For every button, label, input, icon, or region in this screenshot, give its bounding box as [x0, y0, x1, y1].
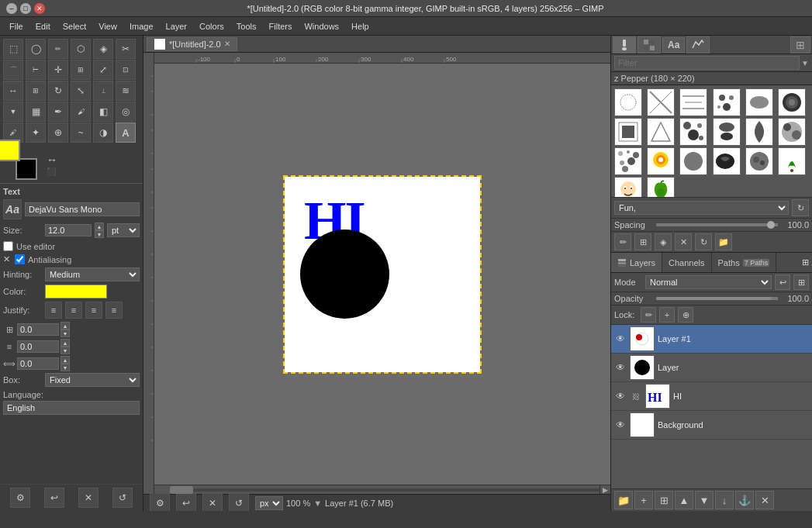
brush-item[interactable]	[614, 177, 642, 197]
tool-shear[interactable]: ⟂	[93, 81, 113, 101]
layer-item-layer[interactable]: 👁 Layer	[611, 354, 812, 382]
tool-airbrush[interactable]: ◎	[116, 102, 136, 122]
char-spacing-down[interactable]: ▼	[60, 364, 70, 371]
cancel-button[interactable]: ✕	[78, 488, 98, 508]
brush-item[interactable]	[745, 147, 773, 175]
line-spacing-down[interactable]: ▼	[60, 347, 70, 354]
tab-layers[interactable]: Layers	[611, 253, 662, 272]
size-up[interactable]: ▲	[95, 223, 104, 230]
tool-warp[interactable]: ≋	[116, 81, 136, 101]
brush-new-button[interactable]: ◈	[655, 233, 672, 250]
brush-item[interactable]	[614, 88, 642, 116]
tool-paths[interactable]: ⌒	[3, 60, 23, 80]
layer-item-background[interactable]: 👁 Background	[611, 411, 812, 440]
layer-chain-hi[interactable]: ⛓	[630, 390, 642, 402]
foreground-color-box[interactable]	[0, 140, 20, 161]
tool-free-select[interactable]: ✏	[48, 39, 68, 59]
justify-left-button[interactable]: ≡	[45, 302, 62, 319]
tool-eraser[interactable]: ◧	[93, 102, 113, 122]
menu-edit[interactable]: Edit	[29, 20, 57, 33]
size-down[interactable]: ▼	[95, 230, 104, 238]
swap-colors-button[interactable]: ↔	[47, 154, 57, 166]
anchor-layer-button[interactable]: ⚓	[735, 491, 754, 509]
brush-item[interactable]	[614, 147, 642, 175]
move-layer-down-button[interactable]: ▼	[695, 491, 714, 509]
tool-pencil[interactable]: ✒	[48, 102, 68, 122]
tool-heal[interactable]: ✦	[26, 123, 46, 143]
tool-color-select[interactable]: ◈	[93, 39, 113, 59]
brush-folder-button[interactable]: 📁	[715, 233, 732, 250]
menu-filters[interactable]: Filters	[263, 20, 299, 33]
tool-move[interactable]: ✛	[48, 60, 68, 80]
zoom-unit-select[interactable]: px %	[255, 496, 283, 510]
config-button[interactable]: ⚙	[10, 488, 30, 508]
tool-clone[interactable]: ⊕	[48, 123, 68, 143]
mode-reset-button[interactable]: ↩	[775, 274, 790, 290]
lock-position-button[interactable]: ⊕	[678, 307, 693, 323]
tab-paths[interactable]: Paths 7 Paths	[712, 253, 777, 272]
menu-view[interactable]: View	[92, 20, 123, 33]
merge-layers-button[interactable]: ↓	[715, 491, 734, 509]
brushes-tab-fonts[interactable]: Aa	[662, 37, 685, 53]
brush-item[interactable]	[679, 118, 707, 146]
layer-eye-hi[interactable]: 👁	[614, 390, 627, 402]
reset-colors-button[interactable]: ⬛	[47, 167, 57, 176]
brush-item[interactable]	[647, 147, 675, 175]
menu-colors[interactable]: Colors	[193, 20, 230, 33]
refresh-button[interactable]: ↻	[792, 199, 809, 216]
mode-select[interactable]: Normal Multiply Screen	[645, 275, 772, 289]
maximize-button[interactable]: □	[20, 3, 31, 14]
new-layer-group-button[interactable]: 📁	[614, 491, 633, 509]
brushes-tab-dynamics[interactable]	[686, 36, 710, 53]
tool-transform[interactable]: ⤢	[93, 60, 113, 80]
mode-extra-button[interactable]: ⊞	[793, 274, 809, 290]
brush-item[interactable]	[713, 147, 741, 175]
font-name-input[interactable]	[25, 202, 140, 216]
brush-refresh-button[interactable]: ↻	[695, 233, 712, 250]
use-editor-checkbox[interactable]	[3, 241, 13, 251]
restore-button[interactable]: ↺	[112, 488, 133, 508]
brushes-tab-brushes[interactable]	[613, 36, 636, 53]
brushes-expand-button[interactable]: ⊞	[790, 36, 810, 53]
justify-right-button[interactable]: ≡	[85, 302, 102, 319]
status-config-button[interactable]: ⚙	[150, 493, 170, 512]
tool-dodge[interactable]: ◑	[93, 123, 113, 143]
brush-item[interactable]	[745, 118, 773, 146]
lock-alpha-button[interactable]: +	[659, 307, 675, 323]
box-select[interactable]: Fixed Dynamic	[45, 373, 140, 387]
brush-item[interactable]	[778, 147, 806, 175]
line-spacing-up[interactable]: ▲	[60, 339, 70, 347]
menu-layer[interactable]: Layer	[160, 20, 194, 33]
image-tab-close[interactable]: ✕	[224, 40, 230, 48]
tool-measure[interactable]: ⊢	[26, 60, 46, 80]
lock-pixels-button[interactable]: ✏	[641, 307, 656, 323]
brush-item[interactable]	[679, 88, 707, 116]
justify-center-button[interactable]: ≡	[65, 302, 82, 319]
layer-item-layer1[interactable]: 👁 Layer #1	[611, 325, 812, 354]
brush-item[interactable]	[713, 88, 741, 116]
tool-fuzzy-select[interactable]: ⬡	[71, 39, 91, 59]
layer-eye-layer[interactable]: 👁	[614, 361, 627, 374]
menu-windows[interactable]: Windows	[298, 20, 345, 33]
fun-category-select[interactable]: Fun, All Basics Calligraphic Dots	[614, 201, 789, 215]
menu-tools[interactable]: Tools	[230, 20, 263, 33]
new-layer-button[interactable]: +	[634, 491, 653, 509]
char-spacing-input[interactable]	[17, 357, 59, 370]
opacity-slider[interactable]	[656, 297, 778, 300]
indent-up[interactable]: ▲	[60, 322, 70, 330]
background-color-box[interactable]	[16, 158, 37, 180]
tool-perspective[interactable]: ⊡	[116, 60, 136, 80]
brush-item[interactable]	[778, 88, 806, 116]
status-restore-button[interactable]: ↺	[229, 493, 249, 512]
filter-arrow[interactable]: ▼	[801, 59, 809, 67]
undo-button[interactable]: ↩	[44, 488, 64, 508]
brush-item[interactable]	[647, 118, 675, 146]
canvas-inner[interactable]: HI	[154, 64, 610, 485]
text-color-swatch[interactable]	[45, 285, 107, 299]
antialiasing-checkbox[interactable]	[15, 254, 25, 264]
tool-ellipse-select[interactable]: ◯	[26, 39, 46, 59]
menu-file[interactable]: File	[3, 20, 29, 33]
duplicate-layer-button[interactable]: ⊞	[655, 491, 673, 509]
brush-item[interactable]	[713, 118, 741, 146]
status-cancel-button[interactable]: ✕	[202, 493, 223, 512]
